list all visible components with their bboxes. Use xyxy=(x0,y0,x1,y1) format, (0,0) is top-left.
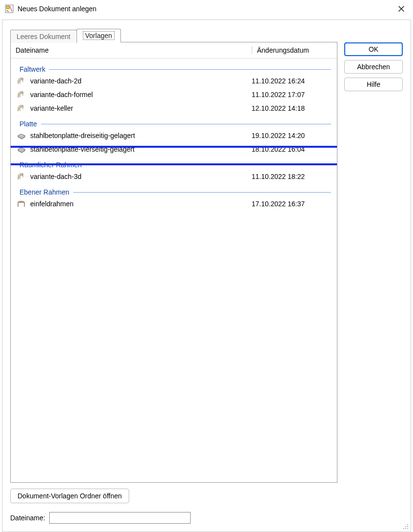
group-header: Ebener Rahmen xyxy=(11,186,337,197)
tab-strip: Leeres Dokument Vorlagen xyxy=(10,28,337,42)
item-name: stahlbetonplatte-dreiseitig-gelagert xyxy=(30,130,249,141)
dateiname-label: Dateiname: xyxy=(10,514,45,522)
list-item[interactable]: variante-dach-2d 11.10.2022 16:24 xyxy=(11,74,337,88)
column-header-date[interactable]: Änderungsdatum xyxy=(252,46,332,54)
ok-button[interactable]: OK xyxy=(344,42,403,56)
group-title: Platte xyxy=(20,120,37,128)
item-date: 11.10.2022 17:07 xyxy=(252,89,327,100)
item-date: 18.10.2022 16:04 xyxy=(252,144,327,155)
group-title: Räumlicher Rahmen xyxy=(20,161,82,169)
list-item[interactable]: variante-keller 12.10.2022 14:18 xyxy=(11,101,337,115)
list-body: Faltwerk variante-dach-2d 11.10.2022 16:… xyxy=(11,59,337,482)
list-header: Dateiname Änderungsdatum xyxy=(11,42,337,59)
tab-vorlagen[interactable]: Vorlagen xyxy=(77,29,121,42)
button-label: Abbrechen xyxy=(357,63,390,71)
cancel-button[interactable]: Abbrechen xyxy=(344,60,403,74)
tab-leeres-dokument[interactable]: Leeres Dokument xyxy=(10,30,77,43)
resize-grip[interactable] xyxy=(402,523,410,531)
resize-grip-icon xyxy=(402,523,410,531)
titlebar: Neues Dokument anlegen xyxy=(0,0,413,18)
group-header: Räumlicher Rahmen xyxy=(11,159,337,170)
group-header: Faltwerk xyxy=(11,63,337,74)
item-name: variante-dach-formel xyxy=(30,89,249,100)
item-date: 12.10.2022 14:18 xyxy=(252,103,327,114)
item-name: variante-keller xyxy=(30,103,249,114)
button-label: Hilfe xyxy=(367,80,380,88)
list-item[interactable]: variante-dach-3d 11.10.2022 18:22 xyxy=(11,170,337,183)
close-icon xyxy=(397,5,405,13)
group-line xyxy=(41,124,331,124)
platte-icon xyxy=(17,145,26,154)
list-item[interactable]: einfeldrahmen 17.10.2022 16:37 xyxy=(11,197,337,211)
group-line xyxy=(86,165,331,165)
rahmen-icon xyxy=(17,199,26,208)
group-title: Faltwerk xyxy=(20,65,45,73)
group-header: Platte xyxy=(11,118,337,129)
item-name: variante-dach-2d xyxy=(30,76,249,86)
tab-label: Leeres Dokument xyxy=(17,33,71,40)
template-list-frame: Dateiname Änderungsdatum Faltwerk varian… xyxy=(10,42,337,483)
window-title: Neues Dokument anlegen xyxy=(18,5,391,13)
tab-label: Vorlagen xyxy=(83,31,115,40)
platte-icon xyxy=(17,131,26,140)
open-templates-folder-button[interactable]: Dokument-Vorlagen Ordner öffnen xyxy=(10,489,129,503)
button-label: OK xyxy=(369,45,378,53)
list-item[interactable]: stahlbetonplatte-dreiseitig-gelagert 19.… xyxy=(11,129,337,142)
button-label: Dokument-Vorlagen Ordner öffnen xyxy=(18,492,122,500)
item-date: 11.10.2022 16:24 xyxy=(252,76,327,86)
item-name: einfeldrahmen xyxy=(30,198,249,209)
column-header-name[interactable]: Dateiname xyxy=(16,46,249,54)
item-date: 11.10.2022 18:22 xyxy=(252,171,327,182)
help-button[interactable]: Hilfe xyxy=(344,78,403,91)
dialog-frame: Leeres Dokument Vorlagen Dateiname Änder… xyxy=(2,20,411,532)
close-button[interactable] xyxy=(394,3,408,15)
item-date: 19.10.2022 14:20 xyxy=(252,130,327,141)
group-line xyxy=(49,69,331,70)
faltwerk-icon xyxy=(17,90,26,99)
list-item[interactable]: variante-dach-formel 11.10.2022 17:07 xyxy=(11,88,337,101)
faltwerk-icon xyxy=(17,77,26,85)
group-title: Ebener Rahmen xyxy=(20,188,69,196)
faltwerk-icon xyxy=(17,172,26,181)
item-date: 17.10.2022 16:37 xyxy=(252,198,327,209)
faltwerk-icon xyxy=(17,104,26,113)
item-name: stahlbetonplatte-vierseitig-gelagert xyxy=(30,144,249,155)
group-line xyxy=(73,192,331,193)
app-icon xyxy=(5,4,14,13)
list-item[interactable]: stahlbetonplatte-vierseitig-gelagert 18.… xyxy=(11,142,337,156)
dateiname-input[interactable] xyxy=(49,512,191,524)
item-name: variante-dach-3d xyxy=(30,171,249,182)
